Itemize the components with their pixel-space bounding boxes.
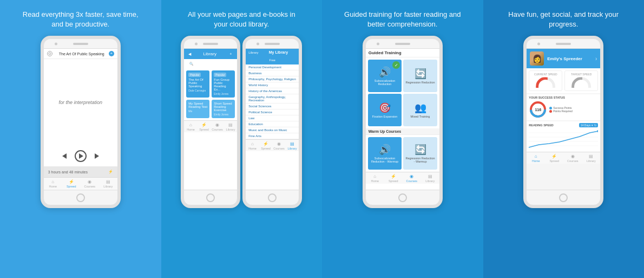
period-dropdown[interactable]: 14 Days ▾ ↻ [579,123,598,127]
cat-5[interactable]: History of the Americas [246,88,299,94]
phone-1-top [44,39,117,49]
reader-header: The Art Of Public Speaking + [44,49,117,59]
nav-library-2b[interactable]: ▤Library [286,141,299,150]
library-back-icon: ◀ [188,52,191,56]
nav-library-4[interactable]: ▤Library [582,154,600,163]
warmup-1-icon: 🔊 [379,144,391,156]
training-card-4[interactable]: 👥 Mixed Training [403,94,437,126]
book-2-title: Fun Group Public Reading Ex... [214,78,233,91]
phone-4-speaker [556,43,571,45]
free-btn[interactable]: Free [266,58,279,62]
cat-6[interactable]: Geography, Anthropology, Recreation [246,94,299,104]
cat-1[interactable]: Personal Development [246,64,299,70]
panel-1: Read everything 3x faster, save time, an… [0,0,161,278]
home-btn-2b[interactable] [268,193,277,202]
refresh-icon: ↻ [594,124,596,127]
training-card-3[interactable]: 🎯 Fixation Expansion [368,94,402,126]
panel-3: Guided training for faster reading and b… [322,0,483,278]
speed-row: CURRENT SPEED TARGET SPEED [527,68,600,93]
current-speed-label: CURRENT SPEED [531,73,560,76]
panel-2-tagline: All your web pages and e-books in your c… [182,10,301,29]
svg-point-6 [597,130,598,132]
bottom-nav-4: ⌂Home ⚡Spreed ◉Courses ▤Library [527,152,600,164]
nav-spreed-4[interactable]: ⚡Spreed [545,154,563,163]
home-btn-2a[interactable] [206,193,215,202]
library-search[interactable]: 🔍 searching 31565 books [187,61,234,67]
book-card-4[interactable]: Short Speed Reading Exercise Emily Jones [212,100,235,118]
nav-home[interactable]: ⌂ Home [44,179,62,188]
home-btn-4[interactable] [559,193,568,202]
nav-home-3[interactable]: ⌂Home [366,174,384,183]
phone-1-screen: The Art Of Public Speaking + for the int… [44,49,117,190]
nav-courses-3[interactable]: ◉Courses [403,174,421,183]
nav-home-4[interactable]: ⌂Home [527,154,545,163]
panel-2-phone-1: ◀ Library + 🔍 searching 31565 books Popu… [181,36,240,208]
courses-icon: ◉ [88,179,91,184]
legend-label-2: Points Required [553,109,573,113]
check-icon: ✓ [392,61,400,69]
warmup-card-2[interactable]: 🔄 Regression Reduction - Warmup [403,137,437,170]
home-btn-3[interactable] [398,193,407,202]
home-icon: ⌂ [51,179,54,184]
book-grid: Popular The Art Of Public Speaking Dale … [184,68,237,120]
nav-courses-4[interactable]: ◉Courses [563,154,582,163]
nav-library-2a[interactable]: ▤Library [224,122,238,131]
chart-area [529,128,598,150]
cat-3[interactable]: Philosophy, Psychology, Religion [246,76,299,82]
prev-icon [62,153,67,159]
warmup-2-label: Regression Reduction - Warmup [405,157,435,163]
bottom-nav-2b: ⌂Home ⚡Spreed ◉Courses ▤Library [246,139,299,151]
browse-title: My Library [261,50,297,54]
library-add-btn[interactable]: + [228,52,233,56]
panel-3-tagline: Guided training for faster reading and b… [343,10,462,29]
nav-spreed[interactable]: ⚡ Spreed [62,179,81,188]
add-button[interactable]: + [109,51,114,56]
rs-label: READING SPEED [529,124,554,127]
training-card-2[interactable]: 🔄 Regression Reduction [403,60,437,92]
panel-4-tagline: Have fun, get social, and track your pro… [504,10,623,29]
cat-2[interactable]: Business [246,70,299,76]
regression-icon: 🔄 [415,68,426,80]
library-title: Library [203,51,216,56]
cat-9[interactable]: Law [246,115,299,121]
nav-spreed-2a[interactable]: ⚡Spreed [198,122,211,131]
next-button[interactable] [91,150,103,162]
play-icon [79,153,83,159]
training-card-1[interactable]: 🔊 Subvocalization Reduction ✓ [368,60,402,92]
book-3-meta: Me [188,109,207,113]
home-button[interactable] [76,193,85,202]
training-grid: 🔊 Subvocalization Reduction ✓ 🔄 Regressi… [366,57,439,128]
warmup-card-1[interactable]: 🔊 Subvocalization Reduction - Warmup [368,137,402,170]
cat-11[interactable]: Music and Books on Music [246,127,299,133]
browse-list: Personal Development Business Philosophy… [246,64,299,139]
nav-spreed-2b[interactable]: ⚡Spreed [259,141,273,150]
target-speed-label: TARGET SPEED [567,73,596,76]
book-card-1[interactable]: Popular The Art Of Public Speaking Dale … [186,70,209,98]
success-section: YOUR SUCCESS STATUS 116 Success Points [527,94,600,120]
book-card-2[interactable]: Popular Fun Group Public Reading Ex... E… [212,70,235,98]
nav-courses[interactable]: ◉ Courses [81,179,99,188]
cat-8[interactable]: Political Science [246,109,299,115]
cat-7[interactable]: Social Sciences [246,104,299,109]
play-button[interactable] [75,150,87,162]
nav-home-2a[interactable]: ⌂Home [184,122,198,131]
avatar: 👩 [530,51,544,66]
nav-library-3[interactable]: ▤Library [421,174,439,183]
nav-courses-2a[interactable]: ◉Courses [211,122,224,131]
nav-home-2b[interactable]: ⌂Home [246,141,259,150]
cat-4[interactable]: World History [246,82,299,88]
nav-spreed-3[interactable]: ⚡Spreed [384,174,403,183]
warmup-2-icon: 🔄 [415,144,426,156]
prev-button[interactable] [58,150,70,162]
phone-2b-top [246,39,299,49]
nav-courses-2b[interactable]: ◉Courses [272,141,286,150]
cat-10[interactable]: Education [246,121,299,127]
current-speed-card: CURRENT SPEED [529,70,562,91]
book-card-3[interactable]: My Speed Reading Test Me [186,100,209,118]
nav-library[interactable]: ▤ Library [99,179,117,188]
phone-3-top [366,39,439,49]
phone-2a-bottom [184,190,237,205]
cat-12[interactable]: Fine Arts [246,133,299,139]
book-1-tag: Popular [188,73,201,77]
phones-row: ◀ Library + 🔍 searching 31565 books Popu… [181,36,302,208]
